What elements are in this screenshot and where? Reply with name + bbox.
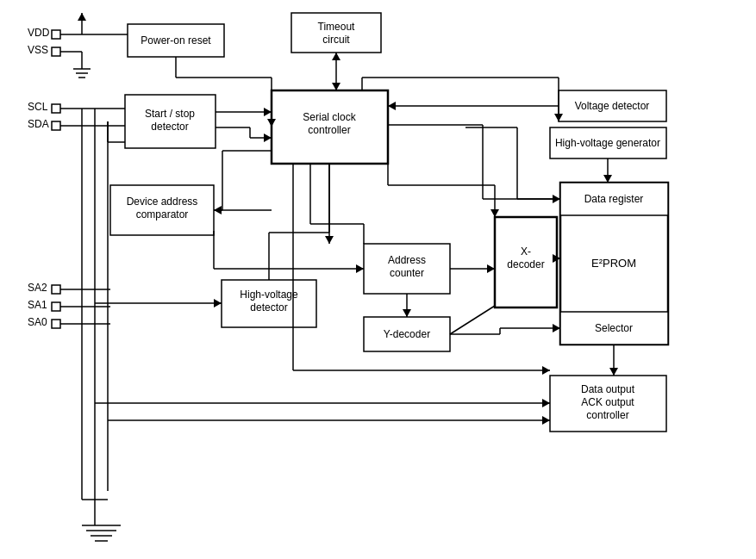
- svg-text:Serial clock: Serial clock: [303, 111, 356, 123]
- svg-text:controller: controller: [586, 409, 628, 421]
- svg-text:Address: Address: [388, 254, 426, 266]
- svg-text:Y-decoder: Y-decoder: [384, 328, 430, 340]
- svg-text:comparator: comparator: [136, 208, 189, 220]
- svg-text:SA1: SA1: [28, 299, 47, 311]
- svg-text:Data register: Data register: [584, 193, 644, 205]
- svg-text:circuit: circuit: [322, 34, 350, 46]
- svg-text:ACK output: ACK output: [581, 396, 634, 408]
- svg-rect-47: [52, 121, 60, 130]
- svg-text:VDD: VDD: [28, 27, 50, 39]
- svg-rect-43: [52, 47, 60, 56]
- svg-text:Data output: Data output: [581, 383, 635, 395]
- svg-text:SDA: SDA: [28, 118, 49, 130]
- svg-text:Selector: Selector: [595, 322, 633, 334]
- svg-text:Timeout: Timeout: [318, 21, 356, 33]
- svg-rect-49: [52, 285, 60, 294]
- svg-text:detector: detector: [151, 121, 188, 133]
- svg-text:SCL: SCL: [28, 101, 48, 113]
- svg-rect-51: [52, 302, 60, 311]
- svg-text:controller: controller: [308, 124, 350, 136]
- svg-text:High-voltage generator: High-voltage generator: [555, 137, 660, 149]
- svg-rect-41: [52, 30, 60, 39]
- svg-rect-45: [52, 104, 60, 113]
- svg-text:VSS: VSS: [28, 44, 48, 56]
- diagram-container: Power-on reset Timeout circuit Start / s…: [0, 0, 756, 559]
- svg-text:counter: counter: [390, 267, 424, 279]
- svg-text:High-voltage: High-voltage: [240, 289, 298, 301]
- svg-text:SA0: SA0: [28, 316, 47, 328]
- svg-text:E²PROM: E²PROM: [591, 257, 636, 270]
- svg-text:decoder: decoder: [507, 258, 544, 270]
- svg-text:Device address: Device address: [127, 196, 198, 208]
- svg-text:detector: detector: [250, 301, 287, 314]
- svg-text:Start / stop: Start / stop: [145, 108, 195, 120]
- svg-rect-53: [52, 320, 60, 328]
- svg-text:Power-on reset: Power-on reset: [141, 34, 211, 47]
- svg-rect-3: [291, 13, 381, 53]
- svg-text:SA2: SA2: [28, 282, 47, 294]
- svg-text:X-: X-: [521, 245, 531, 258]
- svg-text:Voltage detector: Voltage detector: [575, 100, 650, 112]
